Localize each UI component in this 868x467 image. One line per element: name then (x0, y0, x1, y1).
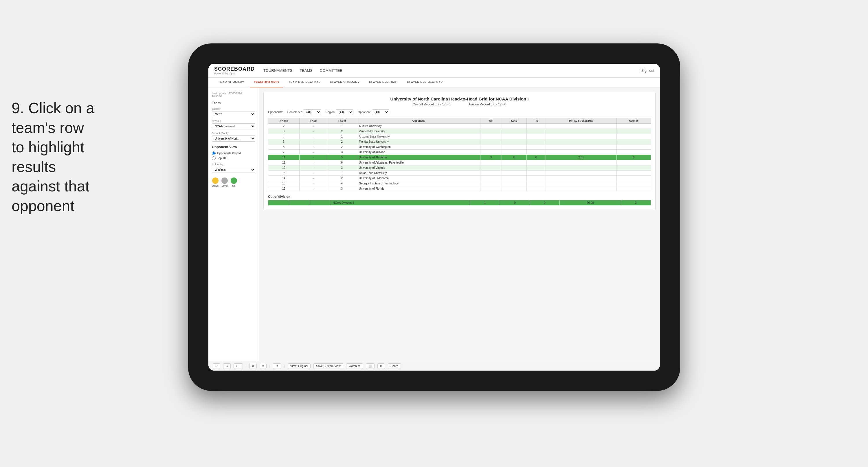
tab-player-summary[interactable]: PLAYER SUMMARY (326, 78, 364, 87)
sub-nav: TEAM SUMMARY TEAM H2H GRID TEAM H2H HEAT… (208, 78, 660, 87)
out-of-division-table: NCAA Division II 1 0 0 26.00 3 (268, 200, 651, 206)
nav-sign-out[interactable]: | Sign out (640, 68, 654, 73)
logo-scoreboard: SCOREBOARD (214, 66, 255, 72)
filter-row: Opponents: Conference (All) Region ( (268, 110, 651, 115)
opponent-select[interactable]: (All) (372, 110, 389, 115)
school-select[interactable]: University of Nort... (212, 136, 255, 142)
team-section-title: Team (212, 101, 255, 105)
ood-rounds: 3 (621, 200, 651, 206)
tab-team-h2h-grid[interactable]: TEAM H2H GRID (250, 78, 283, 87)
opponent-view-title: Opponent View (212, 145, 255, 149)
col-rank: # Rank (268, 118, 300, 124)
region-select[interactable]: (All) (336, 110, 353, 115)
table-row[interactable]: 2-1Auburn University (268, 124, 651, 129)
grid-records: Overall Record: 89 - 17 - 0 Division Rec… (268, 103, 651, 106)
division-record: Division Record: 88 - 17 - 0 (468, 103, 506, 106)
ood-rank (268, 200, 289, 206)
col-conf: # Conf (327, 118, 357, 124)
col-diff: Diff Av Strokes/Rnd (546, 118, 617, 124)
redo-btn[interactable]: ↪ (223, 363, 231, 369)
copy-btn[interactable]: ⧉ (249, 363, 257, 369)
table-row[interactable]: 13-1Texas Tech University (268, 171, 651, 176)
nav-tournaments[interactable]: TOURNAMENTS (264, 67, 292, 74)
h2h-table: # Rank # Reg # Conf Opponent Win Loss Ti… (268, 118, 651, 192)
ood-tie: 0 (530, 200, 559, 206)
ood-conf (310, 200, 331, 206)
bottom-toolbar: ↩ ↪ ⟵ | ⧉ ⌗ | ⏱ | View: Original Save Cu… (208, 361, 660, 371)
instruction-text: 9. Click on a team's row to highlight re… (11, 98, 95, 216)
legend-down: Down (212, 177, 219, 187)
out-of-division-header: Out of division (268, 195, 651, 198)
opponents-label: Opponents: (268, 111, 283, 114)
logo-area: SCOREBOARD Powered by clippi (214, 66, 255, 75)
col-opponent: Opponent (357, 118, 480, 124)
legend-up-dot (231, 177, 237, 184)
view-original-btn[interactable]: View: Original (288, 363, 311, 369)
overall-record: Overall Record: 89 - 17 - 0 (413, 103, 451, 106)
undo-btn[interactable]: ↩ (213, 363, 220, 369)
main-content: Last Updated: 27/03/2024 16:55:38 Team G… (208, 87, 660, 361)
gender-select[interactable]: Men's (212, 111, 255, 117)
nav-links: TOURNAMENTS TEAMS COMMITTEE (264, 67, 631, 74)
table-row[interactable]: 6-2Florida State University (268, 139, 651, 144)
colour-by-label: Colour by (212, 163, 255, 166)
table-row[interactable]: 3-2Vanderbilt University (268, 129, 651, 134)
paste-btn[interactable]: ⌗ (259, 363, 267, 369)
scene: 9. Click on a team's row to highlight re… (0, 0, 868, 467)
nav-bar: SCOREBOARD Powered by clippi TOURNAMENTS… (208, 64, 660, 78)
col-loss: Loss (502, 118, 527, 124)
ood-label: NCAA Division II (331, 200, 470, 206)
grid-title: University of North Carolina Head-to-Hea… (268, 96, 651, 101)
tab-player-h2h-heatmap[interactable]: PLAYER H2H HEATMAP (403, 78, 446, 87)
last-updated: Last Updated: 27/03/2024 16:55:38 (212, 92, 255, 97)
conference-select[interactable]: (All) (304, 110, 321, 115)
grid-btn[interactable]: ⊞ (377, 363, 385, 369)
legend-up: Up (231, 177, 237, 187)
division-select[interactable]: NCAA Division I (212, 123, 255, 129)
radio-opponents-played[interactable]: Opponents Played (212, 151, 255, 155)
table-row[interactable]: 15-4Georgia Institute of Technology (268, 181, 651, 186)
timer-btn[interactable]: ⏱ (273, 363, 281, 369)
division-label: Division (212, 120, 255, 122)
nav-committee[interactable]: COMMITTEE (320, 67, 342, 74)
table-row[interactable]: 8-2University of Washington (268, 144, 651, 150)
screen-btn[interactable]: ⬜ (366, 363, 374, 369)
opponent-filter: Opponent (All) (358, 110, 389, 115)
ood-loss: 0 (500, 200, 530, 206)
table-row[interactable]: 14-2University of Oklahoma (268, 176, 651, 181)
tablet-device: SCOREBOARD Powered by clippi TOURNAMENTS… (188, 43, 680, 391)
opponent-view-options: Opponents Played Top 100 (212, 151, 255, 160)
table-row[interactable]: --3University of Arizona (268, 150, 651, 155)
legend: Down Level Up (212, 177, 255, 187)
share-btn[interactable]: Share (388, 363, 401, 369)
col-rounds: Rounds (617, 118, 651, 124)
logo-powered: Powered by clippi (214, 72, 255, 75)
tab-team-summary[interactable]: TEAM SUMMARY (214, 78, 248, 87)
region-filter: Region (All) (325, 110, 353, 115)
radio-top100[interactable]: Top 100 (212, 156, 255, 160)
table-row[interactable]: 11-5University of Alabama3002.618 (268, 155, 651, 160)
out-of-division-row[interactable]: NCAA Division II 1 0 0 26.00 3 (268, 200, 651, 206)
tab-team-h2h-heatmap[interactable]: TEAM H2H HEATMAP (284, 78, 324, 87)
ood-diff: 26.00 (560, 200, 621, 206)
table-row[interactable]: 16-3University of Florida (268, 186, 651, 192)
nav-teams[interactable]: TEAMS (300, 67, 313, 74)
save-custom-view-btn[interactable]: Save Custom View (313, 363, 343, 369)
table-header-row: # Rank # Reg # Conf Opponent Win Loss Ti… (268, 118, 651, 124)
table-row[interactable]: 11-6University of Arkansas, Fayetteville (268, 160, 651, 165)
legend-down-dot (212, 177, 219, 184)
grid-container: University of North Carolina Head-to-Hea… (264, 92, 656, 210)
col-reg: # Reg (299, 118, 327, 124)
col-win: Win (480, 118, 502, 124)
school-label: School (Rank) (212, 132, 255, 135)
ood-win: 1 (470, 200, 500, 206)
tab-player-h2h-grid[interactable]: PLAYER H2H GRID (365, 78, 401, 87)
back-btn[interactable]: ⟵ (234, 363, 243, 369)
watch-btn[interactable]: Watch ▼ (346, 363, 363, 369)
legend-level: Level (221, 177, 228, 187)
table-row[interactable]: 4-1Arizona State University (268, 134, 651, 139)
colour-by-select[interactable]: Win/loss (212, 167, 255, 173)
legend-level-dot (221, 177, 228, 184)
ood-reg (289, 200, 310, 206)
table-row[interactable]: 12-3University of Virginia (268, 165, 651, 171)
